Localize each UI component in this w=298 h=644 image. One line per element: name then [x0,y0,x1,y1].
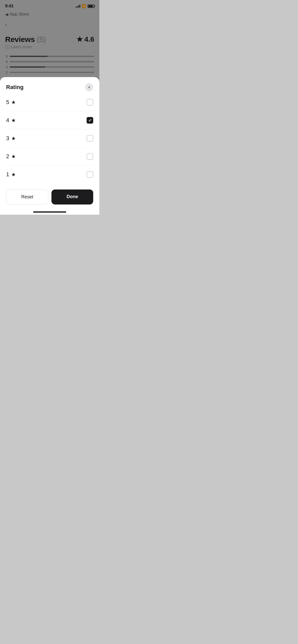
rating-5-number: 5 [6,99,9,106]
rating-option-3[interactable]: 3 ★ [6,129,93,148]
rating-option-5-label: 5 ★ [6,99,16,106]
rating-4-number: 4 [6,117,9,124]
rating-4-star-icon: ★ [11,117,16,123]
home-indicator [33,211,66,213]
rating-1-number: 1 [6,171,9,178]
rating-1-star-icon: ★ [11,171,16,178]
rating-2-number: 2 [6,153,9,160]
rating-option-4[interactable]: 4 ★ [6,111,93,129]
rating-1-checkbox[interactable] [87,171,93,178]
done-button[interactable]: Done [51,189,93,204]
rating-options: 5 ★ 4 ★ 3 ★ 2 [6,93,93,183]
rating-option-1[interactable]: 1 ★ [6,166,93,183]
rating-option-5[interactable]: 5 ★ [6,93,93,111]
modal-overlay[interactable]: Rating × 5 ★ 4 ★ 3 [0,0,99,215]
close-button[interactable]: × [85,83,93,91]
rating-2-star-icon: ★ [11,153,16,159]
modal-header: Rating × [6,83,93,91]
rating-5-checkbox[interactable] [87,99,93,106]
rating-modal: Rating × 5 ★ 4 ★ 3 [0,77,99,215]
rating-2-checkbox[interactable] [87,153,93,160]
reset-button[interactable]: Reset [6,189,48,204]
rating-option-2-label: 2 ★ [6,153,16,160]
rating-option-1-label: 1 ★ [6,171,16,178]
rating-3-number: 3 [6,135,9,142]
rating-4-checkbox[interactable] [87,117,93,124]
modal-title: Rating [6,84,23,91]
modal-footer: Reset Done [6,189,93,204]
rating-3-checkbox[interactable] [87,135,93,142]
rating-3-star-icon: ★ [11,135,16,141]
rating-option-3-label: 3 ★ [6,135,16,142]
rating-5-star-icon: ★ [11,99,16,105]
rating-option-4-label: 4 ★ [6,117,16,124]
rating-option-2[interactable]: 2 ★ [6,148,93,166]
